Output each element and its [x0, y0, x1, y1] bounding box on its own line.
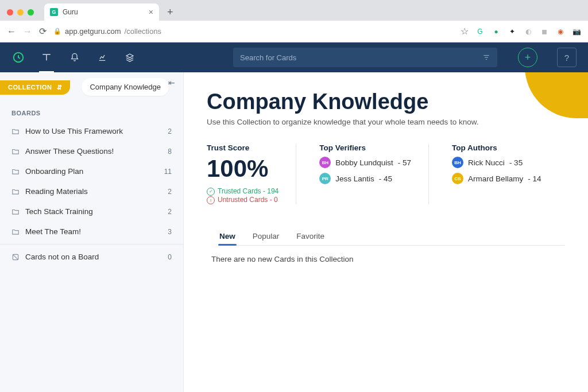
analytics-icon[interactable] [95, 51, 109, 64]
board-item[interactable]: Onboarding Plan11 [0, 161, 183, 181]
tab-favorite[interactable]: Favorite [295, 227, 326, 245]
empty-state-message: There are no new Cards in this Collectio… [207, 246, 565, 263]
main-content: Company Knowledge Use this Collection to… [184, 72, 588, 392]
tab-title: Guru [63, 8, 78, 16]
search-placeholder: Search for Cards [240, 53, 296, 62]
board-name: How to Use This Framework [25, 127, 123, 135]
stats-row: Trust Score 100% Trusted Cards - 194 Unt… [207, 143, 565, 204]
board-count: 2 [168, 208, 172, 216]
board-count: 2 [168, 127, 172, 135]
guru-favicon-icon: G [50, 8, 58, 16]
new-tab-button[interactable]: + [167, 6, 173, 18]
collection-tab-label: COLLECTION [8, 84, 52, 91]
bell-icon[interactable] [68, 51, 82, 64]
folder-icon [11, 188, 20, 196]
content-tabs: NewPopularFavorite [218, 227, 565, 246]
page-subtitle: Use this Collection to organize knowledg… [207, 118, 565, 126]
loose-cards-count: 0 [168, 253, 172, 261]
extension-icons: G ● ✦ ◐ ◼ ◉ 📷 [475, 27, 581, 36]
reload-button[interactable]: ⟳ [39, 26, 47, 37]
authors-title: Top Authors [452, 143, 541, 152]
person-count: - 45 [379, 174, 392, 183]
url-field[interactable]: 🔒 app.getguru.com/collections [53, 27, 454, 36]
browser-tab[interactable]: G Guru × [44, 3, 159, 21]
layers-icon[interactable] [123, 51, 137, 64]
person-name: Armard Bellamy [468, 174, 523, 183]
board-name: Answer These Questions! [25, 147, 114, 156]
address-bar: ← → ⟳ 🔒 app.getguru.com/collections ☆ G … [0, 21, 588, 42]
ext-icon[interactable]: ● [492, 27, 501, 36]
top-verifiers-block: Top Verifiers BHBobby Lundquist - 57PRJe… [319, 143, 429, 204]
person-name: Jess Lantis [335, 174, 374, 183]
folder-icon [11, 168, 20, 176]
guru-ext-icon[interactable]: G [475, 27, 485, 36]
help-button[interactable]: ? [557, 48, 577, 67]
collection-name-pill[interactable]: Company Knowledge [82, 78, 169, 96]
tab-bar: G Guru × + [0, 0, 588, 21]
tab-popular[interactable]: Popular [252, 227, 281, 245]
search-input[interactable]: Search for Cards [233, 48, 497, 67]
trust-score-title: Trust Score [207, 143, 278, 152]
board-item[interactable]: How to Use This Framework2 [0, 121, 183, 141]
bookmark-star-icon[interactable]: ☆ [461, 26, 469, 37]
board-count: 3 [168, 228, 172, 236]
untrusted-cards-line: Untrusted Cards - 0 [207, 196, 278, 205]
avatar: CS [452, 173, 463, 184]
close-window-button[interactable] [7, 9, 13, 15]
ext-icon[interactable]: ◐ [524, 27, 533, 36]
app-header: Search for Cards + ? [0, 42, 588, 72]
tab-new[interactable]: New [218, 227, 237, 245]
folder-icon [11, 208, 20, 216]
board-name: Tech Stack Training [25, 207, 93, 216]
board-count: 11 [164, 168, 172, 176]
board-item[interactable]: Reading Materials2 [0, 181, 183, 201]
guru-logo-icon[interactable] [11, 51, 25, 64]
trust-score-block: Trust Score 100% Trusted Cards - 194 Unt… [207, 143, 296, 204]
person-row[interactable]: BHRick Nucci - 35 [452, 157, 541, 168]
divider [0, 244, 183, 244]
board-name: Reading Materials [25, 187, 88, 196]
trusted-cards-line: Trusted Cards - 194 [207, 187, 278, 196]
board-item[interactable]: Answer These Questions!8 [0, 141, 183, 161]
person-row[interactable]: PRJess Lantis - 45 [319, 173, 411, 184]
person-row[interactable]: CSArmard Bellamy - 14 [452, 173, 541, 184]
chevron-updown-icon: ⇵ [57, 84, 63, 91]
ext-icon[interactable]: 📷 [572, 27, 581, 36]
person-name: Bobby Lundquist [335, 158, 393, 167]
collapse-sidebar-icon[interactable]: ⇤ [168, 78, 175, 87]
window-controls [7, 9, 34, 15]
back-button[interactable]: ← [7, 26, 16, 37]
check-circle-icon [207, 187, 215, 196]
board-item[interactable]: Tech Stack Training2 [0, 201, 183, 222]
ext-icon[interactable]: ✦ [508, 27, 517, 36]
sidebar: COLLECTION ⇵ ⇤ Company Knowledge BOARDS … [0, 72, 184, 392]
board-name: Onboarding Plan [25, 167, 83, 176]
library-icon[interactable] [39, 50, 54, 65]
avatar: BH [452, 157, 463, 168]
boards-section-label: BOARDS [0, 102, 183, 121]
add-button[interactable]: + [518, 48, 537, 67]
url-path: /collections [125, 27, 161, 36]
ext-icon[interactable]: ◼ [540, 27, 549, 36]
loose-cards-item[interactable]: Cards not on a Board 0 [0, 247, 183, 267]
verifiers-title: Top Verifiers [319, 143, 411, 152]
browser-chrome: G Guru × + ← → ⟳ 🔒 app.getguru.com/colle… [0, 0, 588, 42]
folder-icon [11, 148, 20, 156]
url-host: app.getguru.com [65, 27, 121, 36]
minimize-window-button[interactable] [17, 9, 24, 15]
avatar: BH [319, 157, 331, 168]
close-tab-icon[interactable]: × [149, 7, 153, 17]
person-count: - 14 [528, 174, 541, 183]
forward-button[interactable]: → [23, 26, 32, 37]
collection-tab[interactable]: COLLECTION ⇵ [0, 80, 70, 95]
person-row[interactable]: BHBobby Lundquist - 57 [319, 157, 411, 168]
person-name: Rick Nucci [468, 158, 505, 167]
ext-icon[interactable]: ◉ [556, 27, 565, 36]
filter-icon[interactable] [482, 53, 490, 61]
board-name: Meet The Team! [25, 227, 81, 236]
page-title: Company Knowledge [207, 90, 565, 114]
top-authors-block: Top Authors BHRick Nucci - 35CSArmard Be… [452, 143, 558, 204]
maximize-window-button[interactable] [28, 9, 34, 15]
board-item[interactable]: Meet The Team!3 [0, 222, 183, 242]
loose-cards-label: Cards not on a Board [25, 253, 99, 261]
